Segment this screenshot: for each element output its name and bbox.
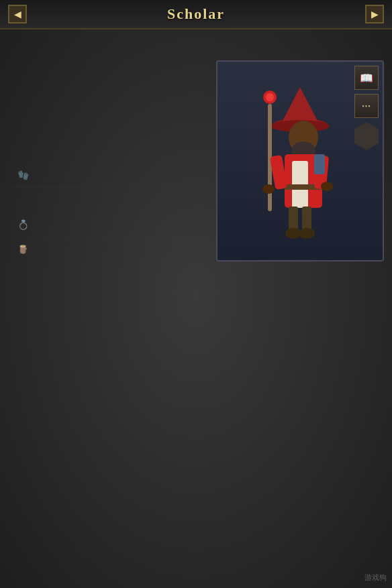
character-image <box>217 62 383 260</box>
scholar-svg <box>250 67 350 255</box>
equip-slot-gloves[interactable]: 🧤 <box>9 163 209 188</box>
ring-icon: 💍 <box>15 217 30 232</box>
next-button[interactable]: ▶ <box>365 5 384 23</box>
svg-point-18 <box>299 228 315 239</box>
watermark: 游戏狗 <box>364 573 387 583</box>
svg-point-14 <box>321 182 333 191</box>
svg-point-13 <box>262 184 275 194</box>
svg-rect-19 <box>314 154 325 174</box>
gloves-icon: 🧤 <box>15 168 30 182</box>
character-panel: 📖 ••• <box>216 60 384 261</box>
equip-slot-ring[interactable]: 💍 <box>9 213 209 237</box>
prev-button[interactable]: ◀ <box>8 5 27 23</box>
svg-point-4 <box>266 93 274 101</box>
header: ◀ Scholar ▶ <box>0 0 392 30</box>
page-title: Scholar <box>167 5 225 23</box>
accessory-icon: 🪵 <box>15 242 30 257</box>
main-container: ◀ Scholar ▶ 💪 55 ❤ 55 🧠 87 👁 71 ✨ 82 🏃 7… <box>0 0 392 588</box>
